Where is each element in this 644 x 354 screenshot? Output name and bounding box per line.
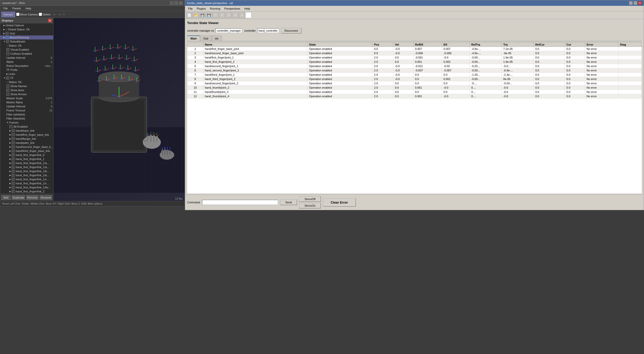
grid-checkbox[interactable] xyxy=(6,32,9,35)
rviz-minimize-btn[interactable]: ─ xyxy=(170,1,173,5)
list-item[interactable]: ▶ hand_first_finger/link_1 xyxy=(0,157,53,161)
rviz-maximize-btn[interactable]: □ xyxy=(174,1,178,5)
toolbar-save-btn[interactable]: 💾 xyxy=(199,12,205,18)
list-item[interactable]: Update Interval 0 xyxy=(0,56,53,60)
remove-display-btn[interactable]: Remove xyxy=(26,195,38,200)
frame-checkbox[interactable] xyxy=(12,137,15,140)
motionplanning-checkbox[interactable] xyxy=(6,36,9,39)
list-item[interactable]: ▶ hand_first_finger/link_1/b... xyxy=(0,173,53,177)
list-item[interactable]: Collision Enabled xyxy=(0,52,53,56)
list-item[interactable]: ▶ hand/base_link xyxy=(0,129,53,133)
list-item[interactable]: ✓ Status: Ok xyxy=(0,44,53,48)
show-names-checkbox[interactable] xyxy=(6,85,9,88)
toolbar-settings3-btn[interactable]: ⚙ xyxy=(226,12,232,18)
send-btn[interactable]: Send xyxy=(280,200,297,205)
list-item[interactable]: ▶ Global Options xyxy=(0,23,53,27)
list-item[interactable]: ▶ Links xyxy=(0,72,53,76)
list-item[interactable]: Alpha 1 xyxy=(0,60,53,64)
list-item[interactable]: Robot Description robo... xyxy=(0,64,53,68)
collision-enabled-checkbox[interactable] xyxy=(6,52,9,55)
interact-btn[interactable]: Interact xyxy=(1,12,15,17)
rviz-viewport[interactable]: 12 fps xyxy=(53,18,185,201)
frame-checkbox[interactable] xyxy=(12,162,15,165)
tab-sub[interactable]: Sub xyxy=(200,35,212,41)
show-arrows-checkbox[interactable] xyxy=(6,93,9,96)
toolbar-settings5-btn[interactable]: ● xyxy=(239,12,245,18)
move-camera-checkbox[interactable] xyxy=(16,13,19,16)
list-item[interactable]: ▶ hand/second_finger_base_li... xyxy=(0,145,53,149)
list-item[interactable]: Frame Timeout 15 xyxy=(0,108,53,112)
frame-checkbox[interactable] xyxy=(12,129,15,132)
list-item[interactable]: ▶ hand/first_finger_base_link xyxy=(0,133,53,137)
rqt-menu-perspectives[interactable]: Perspectives xyxy=(222,7,242,11)
toolbar-save-as-btn[interactable]: 💾 xyxy=(206,12,212,18)
add-display-btn[interactable]: Add xyxy=(1,195,11,200)
tab-main[interactable]: Main xyxy=(187,35,200,41)
rqt-menu-help[interactable]: Help xyxy=(242,7,252,11)
menu-panels[interactable]: Panels xyxy=(10,6,23,10)
rqt-menu-file[interactable]: File xyxy=(186,7,195,11)
rqt-menu-running[interactable]: Running xyxy=(208,7,222,11)
list-item[interactable]: ▼ Frames xyxy=(0,121,53,125)
list-item[interactable]: All Enabled xyxy=(0,125,53,129)
list-item[interactable]: ▶ hand_first_finger/link_1/a... xyxy=(0,161,53,165)
menu-help[interactable]: Help xyxy=(23,6,33,10)
list-item[interactable]: ▶ hand_first_finger/link_1/a... xyxy=(0,165,53,169)
list-item[interactable]: ▶ hand_first_finger/link_1/fsr... xyxy=(0,185,53,189)
menu-file[interactable]: File xyxy=(1,6,10,10)
select-checkbox[interactable] xyxy=(39,13,42,16)
list-item[interactable]: ▶ ✓ Global Status: Ok xyxy=(0,27,53,31)
frame-checkbox[interactable] xyxy=(12,158,15,161)
show-axes-checkbox[interactable] xyxy=(6,89,9,92)
toolbar-settings2-btn[interactable]: ⚙ xyxy=(219,12,225,18)
tab-etc[interactable]: etc xyxy=(212,35,222,41)
frame-checkbox[interactable] xyxy=(12,141,15,144)
all-enabled-checkbox[interactable] xyxy=(9,125,12,128)
list-item[interactable]: ▶ hand_first_finger/link_1/c... xyxy=(0,181,53,185)
rviz-close-btn[interactable]: ✕ xyxy=(179,1,183,5)
list-item[interactable]: ▶ hand/third_finger_base_link xyxy=(0,149,53,153)
rqt-close-btn[interactable]: ✕ xyxy=(638,1,642,5)
controller-manager-dropdown[interactable]: controller_manager xyxy=(216,28,242,33)
frame-checkbox[interactable] xyxy=(12,186,15,189)
list-item[interactable]: Marker Scale 0.075 xyxy=(0,96,53,100)
list-item[interactable]: Show Arrows xyxy=(0,92,53,96)
list-item[interactable]: ▼ TF xyxy=(0,76,53,80)
displays-content[interactable]: ▶ Global Options ▶ ✓ Global Status: Ok ▶… xyxy=(0,23,53,194)
frame-checkbox[interactable] xyxy=(12,149,15,152)
displays-close-btn[interactable]: ✕ xyxy=(48,19,52,22)
list-item[interactable]: Filter (blacklist) xyxy=(0,116,53,121)
list-item[interactable]: Update Interval 0 xyxy=(0,104,53,108)
clear-error-btn[interactable]: Clear Error xyxy=(323,198,356,207)
frame-checkbox[interactable] xyxy=(12,178,15,181)
rename-display-btn[interactable]: Rename xyxy=(40,195,52,200)
list-item[interactable]: ▶ hand_first_finger/link_1/b... xyxy=(0,169,53,173)
frame-checkbox[interactable] xyxy=(12,182,15,185)
list-item[interactable]: ▼ RobotModel xyxy=(0,40,53,44)
frame-checkbox[interactable] xyxy=(12,170,15,173)
frame-checkbox[interactable] xyxy=(12,145,15,148)
visual-enabled-checkbox[interactable] xyxy=(6,48,9,51)
list-item[interactable]: Marker Alpha 1 xyxy=(0,100,53,104)
list-item[interactable]: ▶ hand_first_finger/link_0 xyxy=(0,153,53,157)
list-item[interactable]: ▶ hand_first_finger/link_1/c... xyxy=(0,177,53,181)
toolbar-white-btn[interactable] xyxy=(245,12,251,18)
toolbar-settings4-btn[interactable]: ⚙ xyxy=(232,12,238,18)
frame-checkbox[interactable] xyxy=(12,174,15,177)
controller-dropdown[interactable]: hand_controller xyxy=(257,28,279,33)
rqt-maximize-btn[interactable]: □ xyxy=(634,1,637,5)
list-item[interactable]: ▶ MotionPlanning xyxy=(0,35,53,40)
toolbar-open-btn[interactable]: 📂 xyxy=(193,12,199,18)
tf-checkbox[interactable] xyxy=(6,76,9,80)
command-input[interactable] xyxy=(202,200,278,205)
disconnect-btn[interactable]: Disconnect xyxy=(281,28,301,33)
list-item[interactable]: Show Names xyxy=(0,84,53,88)
frame-checkbox[interactable] xyxy=(12,133,15,136)
list-item[interactable]: ✓ Status: Ok xyxy=(0,80,53,84)
rqt-menu-plugins[interactable]: Plugins xyxy=(195,7,208,11)
table-container[interactable]: Name State Pos Vel RefEft Eft RefTrq Trq… xyxy=(187,42,642,193)
frame-checkbox[interactable] xyxy=(12,166,15,169)
toolbar-new-btn[interactable]: 📄 xyxy=(186,12,192,18)
duplicate-display-btn[interactable]: Duplicate xyxy=(12,195,25,200)
rqt-minimize-btn[interactable]: ─ xyxy=(629,1,633,5)
